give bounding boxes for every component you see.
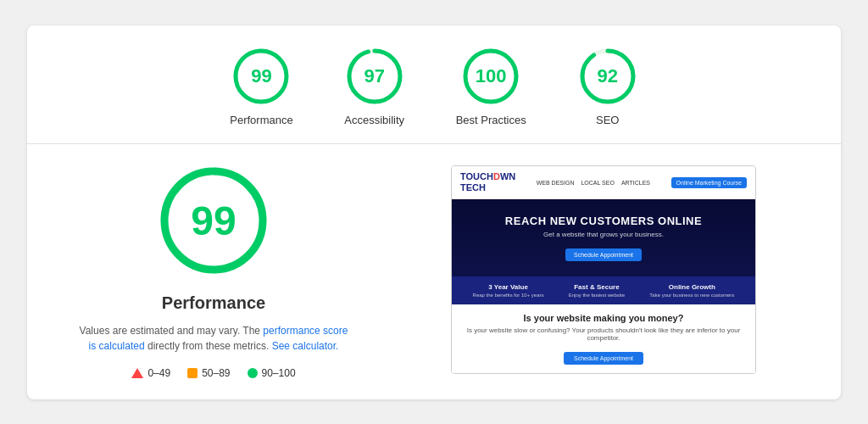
right-panel: TOUCHDWN TECH WEB DESIGN LOCAL SEO ARTIC… <box>400 161 807 379</box>
preview-bottom-btn[interactable]: Schedule Appointment <box>564 352 643 365</box>
preview-cta-btn[interactable]: Online Marketing Course <box>671 177 747 188</box>
legend-low: 0–49 <box>131 367 170 379</box>
legend-row: 0–49 50–89 90–100 <box>131 367 295 379</box>
bottom-section: 99 Performance Values are estimated and … <box>27 144 841 399</box>
score-item-accessibility: 97 Accessibility <box>344 46 405 126</box>
logo-line2: TECH <box>460 182 515 193</box>
main-card: 99 Performance 97 Accessibility <box>27 25 841 399</box>
score-label-performance: Performance <box>230 114 292 126</box>
score-item-seo: 92 SEO <box>577 46 638 126</box>
circle-icon <box>248 368 258 378</box>
square-icon <box>187 368 198 378</box>
score-value-accessibility: 97 <box>364 65 384 87</box>
score-label-best-practices: Best Practices <box>456 114 526 126</box>
legend-high-range: 90–100 <box>262 367 296 379</box>
preview-features: 3 Year Value Reap the benefits for 10+ y… <box>452 276 755 304</box>
score-description: Values are estimated and may vary. The p… <box>78 323 349 354</box>
preview-hero-sub: Get a website that grows your business. <box>464 231 743 238</box>
preview-hero: REACH NEW CUSTOMERS ONLINE Get a website… <box>452 199 755 276</box>
preview-bottom-sub: Is your website slow or confusing? Your … <box>464 326 743 342</box>
score-circle-best-practices: 100 <box>460 46 521 107</box>
score-item-performance: 99 Performance <box>230 46 292 126</box>
score-label-seo: SEO <box>596 114 619 126</box>
preview-feature-2: Online Growth Take your business to new … <box>649 283 734 298</box>
score-circle-performance: 99 <box>231 46 292 107</box>
left-panel: 99 Performance Values are estimated and … <box>61 161 366 379</box>
preview-bottom: Is your website making you money? Is you… <box>452 304 755 373</box>
score-value-performance: 99 <box>251 65 271 87</box>
preview-hero-title: REACH NEW CUSTOMERS ONLINE <box>464 215 743 227</box>
legend-medium-range: 50–89 <box>202 367 230 379</box>
website-preview: TOUCHDWN TECH WEB DESIGN LOCAL SEO ARTIC… <box>451 165 756 374</box>
score-circle-seo: 92 <box>577 46 638 107</box>
preview-bottom-title: Is your website making you money? <box>464 313 743 323</box>
legend-low-range: 0–49 <box>147 367 170 379</box>
score-circle-accessibility: 97 <box>344 46 405 107</box>
preview-logo: TOUCHDWN TECH <box>460 171 515 193</box>
logo-line1: TOUCHDWN <box>460 171 515 182</box>
preview-feature-0: 3 Year Value Reap the benefits for 10+ y… <box>473 283 544 298</box>
big-score-value: 99 <box>191 197 236 243</box>
preview-hero-btn[interactable]: Schedule Appointment <box>565 248 642 261</box>
legend-medium: 50–89 <box>187 367 230 379</box>
preview-nav-links: WEB DESIGN LOCAL SEO ARTICLES <box>537 180 650 186</box>
score-item-best-practices: 100 Best Practices <box>456 46 526 126</box>
big-score-circle: 99 <box>154 161 273 280</box>
calculator-link[interactable]: See calculator. <box>272 340 339 352</box>
score-value-seo: 92 <box>598 65 618 87</box>
score-value-best-practices: 100 <box>476 65 507 87</box>
big-score-label: Performance <box>162 293 265 313</box>
preview-nav: TOUCHDWN TECH WEB DESIGN LOCAL SEO ARTIC… <box>452 166 755 199</box>
score-label-accessibility: Accessibility <box>344 114 404 126</box>
triangle-icon <box>131 368 143 378</box>
legend-high: 90–100 <box>248 367 296 379</box>
scores-row: 99 Performance 97 Accessibility <box>27 25 841 144</box>
preview-feature-1: Fast & Secure Enjoy the fastest website <box>569 283 625 298</box>
